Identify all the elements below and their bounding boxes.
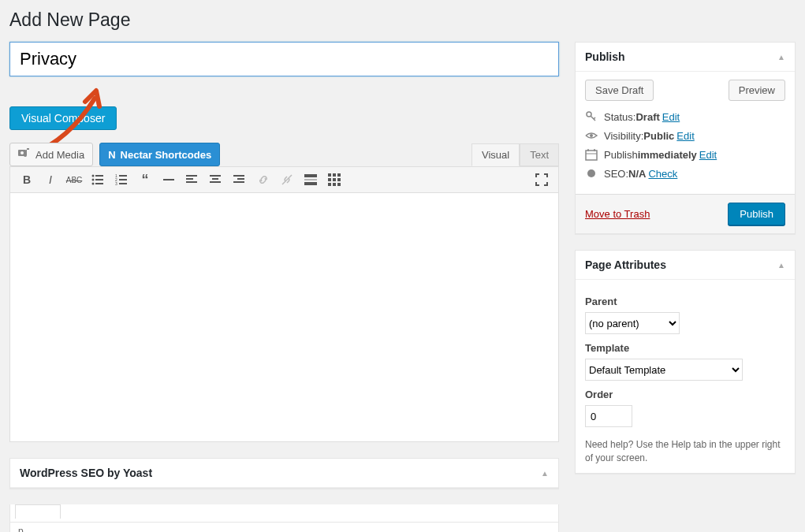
align-right-icon[interactable] [230, 170, 249, 189]
svg-rect-18 [212, 178, 218, 180]
align-left-icon[interactable] [183, 170, 202, 189]
hr-icon[interactable] [159, 170, 178, 189]
svg-rect-35 [337, 183, 341, 186]
svg-rect-13 [119, 183, 127, 184]
edit-visibility-link[interactable]: Edit [676, 130, 694, 142]
template-select[interactable]: Default Template [585, 359, 743, 381]
svg-text:3: 3 [115, 181, 117, 186]
svg-rect-27 [328, 173, 331, 177]
fullscreen-icon[interactable] [532, 170, 551, 189]
svg-rect-14 [186, 175, 197, 177]
help-text: Need help? Use the Help tab in the upper… [585, 438, 785, 465]
key-icon [585, 110, 598, 123]
eye-icon [585, 129, 598, 142]
unlink-icon[interactable] [278, 170, 296, 189]
numbered-list-icon[interactable]: 123 [112, 170, 131, 189]
svg-rect-15 [186, 178, 193, 180]
italic-icon[interactable]: I [41, 170, 60, 189]
svg-rect-26 [304, 182, 317, 185]
svg-rect-29 [337, 173, 341, 177]
strikethrough-icon[interactable]: ABC [65, 170, 84, 189]
dot-icon [585, 167, 598, 180]
svg-rect-28 [333, 173, 336, 177]
svg-rect-16 [186, 181, 197, 183]
calendar-icon [585, 148, 598, 161]
editor-toolbar: B I ABC 123 “ [10, 167, 558, 193]
order-input[interactable] [585, 405, 632, 427]
svg-rect-3 [95, 175, 103, 177]
editor-canvas[interactable] [10, 193, 558, 441]
preview-button[interactable]: Preview [729, 80, 785, 101]
template-label: Template [585, 342, 785, 354]
svg-point-37 [590, 134, 593, 137]
svg-line-23 [282, 175, 292, 184]
svg-rect-30 [328, 178, 331, 181]
edit-schedule-link[interactable]: Edit [699, 149, 717, 161]
tab-visual[interactable]: Visual [471, 143, 520, 166]
page-heading: Add New Page [9, 9, 796, 31]
svg-rect-33 [328, 183, 331, 186]
chevron-up-icon[interactable]: ▲ [777, 261, 785, 270]
page-title-input[interactable] [9, 42, 559, 76]
order-label: Order [585, 389, 785, 400]
svg-rect-17 [210, 175, 221, 177]
link-icon[interactable] [254, 170, 273, 189]
chevron-up-icon[interactable]: ▲ [541, 469, 549, 478]
blockquote-icon[interactable]: “ [136, 170, 155, 189]
save-draft-button[interactable]: Save Draft [585, 80, 654, 101]
seo-check-link[interactable]: Check [648, 168, 677, 180]
svg-rect-20 [233, 175, 244, 177]
edit-status-link[interactable]: Edit [662, 111, 680, 123]
publish-button[interactable]: Publish [728, 203, 785, 225]
tab-text[interactable]: Text [520, 143, 559, 166]
svg-rect-38 [586, 151, 597, 160]
align-center-icon[interactable] [207, 170, 225, 189]
svg-rect-31 [333, 178, 336, 181]
svg-point-4 [92, 179, 95, 181]
svg-rect-11 [119, 179, 127, 180]
svg-rect-9 [119, 175, 127, 177]
svg-rect-24 [304, 174, 317, 177]
editor-path: p [9, 523, 559, 532]
toolbar-toggle-icon[interactable] [325, 170, 344, 189]
page-attributes-header[interactable]: Page Attributes ▲ [576, 251, 795, 280]
svg-point-2 [92, 175, 95, 177]
add-media-button[interactable]: Add Media [9, 143, 93, 166]
move-to-trash-link[interactable]: Move to Trash [585, 208, 650, 220]
svg-rect-21 [237, 178, 244, 180]
chevron-up-icon[interactable]: ▲ [777, 53, 785, 61]
parent-select[interactable]: (no parent) [585, 312, 680, 334]
nectar-shortcodes-button[interactable]: N Nectar Shortcodes [99, 143, 220, 166]
seo-tab[interactable] [15, 504, 61, 519]
svg-rect-32 [337, 178, 341, 181]
svg-rect-19 [210, 181, 221, 183]
publish-panel-header[interactable]: Publish ▲ [576, 43, 795, 72]
nectar-n-icon: N [108, 149, 115, 161]
svg-rect-34 [333, 183, 336, 186]
bullet-list-icon[interactable] [88, 170, 107, 189]
svg-point-42 [587, 169, 595, 177]
svg-point-1 [20, 151, 24, 154]
svg-rect-22 [233, 181, 244, 183]
read-more-icon[interactable] [301, 170, 320, 189]
parent-label: Parent [585, 296, 785, 307]
bold-icon[interactable]: B [17, 170, 36, 189]
svg-rect-25 [304, 179, 317, 180]
camera-music-icon [18, 148, 31, 162]
svg-rect-5 [95, 179, 103, 180]
editor-container: B I ABC 123 “ [9, 166, 559, 442]
svg-point-6 [92, 183, 95, 185]
visual-composer-button[interactable]: Visual Composer [9, 106, 117, 130]
svg-rect-7 [95, 183, 103, 184]
seo-panel-header[interactable]: WordPress SEO by Yoast ▲ [10, 459, 558, 488]
